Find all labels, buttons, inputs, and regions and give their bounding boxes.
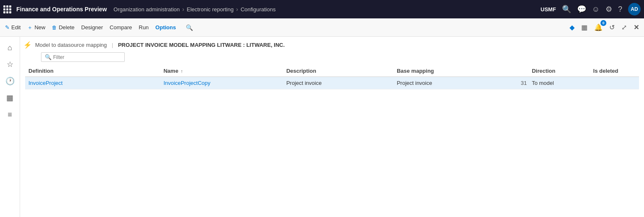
- sidebar-list-icon[interactable]: ≡: [3, 107, 18, 122]
- refresh-icon[interactable]: ↺: [608, 22, 616, 33]
- cell-direction: To model: [529, 77, 590, 89]
- cell-is-deleted: [590, 77, 639, 89]
- breadcrumb-sep-1: ›: [182, 6, 185, 13]
- app-grid-icon[interactable]: [3, 5, 11, 13]
- sidebar-star-icon[interactable]: ☆: [3, 57, 18, 72]
- table-header-row: Definition Name ↑ Description Base mappi…: [25, 65, 639, 77]
- search-action-button[interactable]: 🔍: [182, 23, 196, 33]
- cell-base-mapping-number: 31: [504, 77, 529, 89]
- content-title-path: Model to datasource mapping | PROJECT IN…: [35, 42, 285, 48]
- cell-description: Project invoice: [283, 77, 393, 89]
- panel-icon[interactable]: ▦: [580, 22, 589, 33]
- col-header-description: Description: [283, 65, 393, 77]
- app-title: Finance and Operations Preview: [16, 6, 107, 13]
- search-action-icon: 🔍: [186, 24, 193, 31]
- sidebar-calendar-icon[interactable]: ▦: [3, 90, 18, 105]
- filter-icon[interactable]: ⚡: [23, 41, 32, 49]
- top-nav-bar: Finance and Operations Preview Organizat…: [0, 0, 644, 18]
- filter-text-input[interactable]: [53, 54, 121, 60]
- options-button[interactable]: Options: [152, 23, 179, 32]
- breadcrumb: Organization administration › Electronic…: [113, 6, 275, 13]
- filter-input-wrap: 🔍: [20, 52, 644, 65]
- content-area: ⚡ Model to datasource mapping | PROJECT …: [20, 37, 644, 217]
- new-icon: ＋: [27, 24, 33, 31]
- col-header-is-deleted: Is deleted: [590, 65, 639, 77]
- user-avatar[interactable]: AD: [628, 3, 641, 15]
- designer-button[interactable]: Designer: [78, 23, 106, 32]
- table-row[interactable]: InvoiceProject InvoiceProjectCopy Projec…: [25, 77, 639, 89]
- edit-icon: ✎: [5, 24, 10, 31]
- config-bold-title: PROJECT INVOICE MODEL MAPPING LITWARE : …: [118, 42, 285, 48]
- model-mapping-breadcrumb: Model to datasource mapping: [35, 42, 107, 48]
- diamond-icon[interactable]: ◆: [568, 22, 576, 33]
- badge-button[interactable]: 🔔 0: [593, 22, 604, 33]
- data-table: Definition Name ↑ Description Base mappi…: [25, 65, 639, 217]
- col-header-definition: Definition: [25, 65, 160, 77]
- help-icon[interactable]: ?: [618, 5, 622, 14]
- cell-base-mapping: Project invoice: [393, 77, 504, 89]
- run-button[interactable]: Run: [136, 23, 152, 32]
- main-layout: ⌂ ☆ 🕐 ▦ ≡ ⚡ Model to datasource mapping …: [0, 37, 644, 217]
- col-header-direction: Direction: [529, 65, 590, 77]
- col-header-base-mapping: Base mapping: [393, 65, 504, 77]
- notification-badge: 0: [600, 20, 606, 26]
- top-nav-right: USMF 🔍 💬 ☺ ⚙ ? AD: [541, 3, 641, 15]
- filter-input-box[interactable]: 🔍: [41, 52, 125, 62]
- smiley-icon[interactable]: ☺: [592, 5, 600, 14]
- col-header-name[interactable]: Name ↑: [160, 65, 283, 77]
- cell-definition[interactable]: InvoiceProject: [25, 77, 160, 89]
- breadcrumb-sep-2: ›: [236, 6, 238, 13]
- delete-button[interactable]: 🗑 Delete: [49, 23, 78, 32]
- search-icon[interactable]: 🔍: [562, 5, 571, 14]
- title-pipe: |: [112, 42, 115, 48]
- company-label[interactable]: USMF: [541, 6, 556, 13]
- name-sort-arrow: ↑: [181, 69, 183, 74]
- sidebar-home-icon[interactable]: ⌂: [3, 40, 18, 55]
- compare-button[interactable]: Compare: [106, 23, 135, 32]
- col-header-num: [504, 65, 529, 77]
- settings-icon[interactable]: ⚙: [606, 5, 612, 14]
- left-sidebar: ⌂ ☆ 🕐 ▦ ≡: [0, 37, 20, 217]
- edit-button[interactable]: ✎ Edit: [2, 23, 24, 32]
- delete-icon: 🗑: [52, 25, 57, 31]
- breadcrumb-configurations[interactable]: Configurations: [241, 6, 276, 13]
- action-bar: ✎ Edit ＋ New 🗑 Delete Designer Compare R…: [0, 18, 644, 37]
- close-icon[interactable]: ✕: [632, 22, 641, 33]
- breadcrumb-electronic-reporting[interactable]: Electronic reporting: [187, 6, 233, 13]
- action-bar-right: ◆ ▦ 🔔 0 ↺ ⤢ ✕: [568, 22, 641, 33]
- message-icon[interactable]: 💬: [577, 5, 586, 14]
- content-header: ⚡ Model to datasource mapping | PROJECT …: [20, 37, 644, 52]
- sidebar-recent-icon[interactable]: 🕐: [3, 74, 18, 89]
- popout-icon[interactable]: ⤢: [620, 22, 629, 33]
- filter-search-icon: 🔍: [45, 54, 51, 60]
- cell-name[interactable]: InvoiceProjectCopy: [160, 77, 283, 89]
- new-button[interactable]: ＋ New: [24, 22, 49, 33]
- breadcrumb-org-admin[interactable]: Organization administration: [113, 6, 180, 13]
